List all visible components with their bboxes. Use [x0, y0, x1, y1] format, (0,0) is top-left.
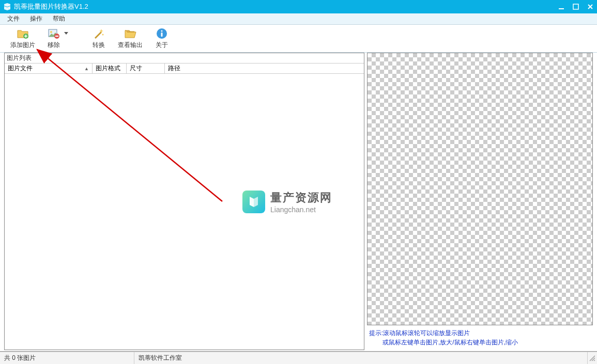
folder-open-icon [124, 27, 136, 40]
app-icon [3, 3, 11, 11]
svg-rect-6 [55, 36, 58, 37]
title-bar: 凯蒂批量图片转换器V1.2 [0, 0, 597, 13]
add-image-button[interactable]: 添加图片 [4, 26, 41, 52]
convert-button[interactable]: 转换 [86, 26, 112, 52]
hint-text: 提示:滚动鼠标滚轮可以缩放显示图片 或鼠标左键单击图片,放大/鼠标右键单击图片,… [367, 325, 593, 350]
column-path[interactable]: 路径 [165, 64, 364, 73]
about-button[interactable]: 关于 [149, 26, 175, 52]
status-bar: 共 0 张图片 凯蒂软件工作室 [0, 352, 597, 364]
svg-point-9 [161, 30, 163, 32]
remove-button[interactable]: 移除 [41, 26, 70, 52]
toolbar: 添加图片 移除 转换 查看输出 关于 [0, 25, 597, 53]
view-output-label: 查看输出 [118, 41, 143, 50]
list-header: 图片文件 图片格式 尺寸 路径 [5, 64, 364, 74]
view-output-button[interactable]: 查看输出 [112, 26, 149, 52]
image-list-panel: 图片列表 图片文件 图片格式 尺寸 路径 量产资源网 Liangchan.net [4, 53, 364, 350]
svg-rect-1 [573, 4, 578, 9]
column-size[interactable]: 尺寸 [127, 64, 165, 73]
svg-point-4 [50, 31, 52, 33]
close-button[interactable] [587, 3, 594, 10]
wand-icon [93, 27, 105, 40]
image-list-title: 图片列表 [5, 53, 364, 64]
list-body[interactable]: 量产资源网 Liangchan.net [5, 74, 364, 350]
minimize-button[interactable] [558, 3, 565, 10]
folder-add-icon [17, 27, 29, 40]
watermark-cn: 量产资源网 [270, 190, 332, 205]
convert-label: 转换 [93, 41, 105, 50]
menu-file[interactable]: 文件 [2, 13, 25, 24]
window-title: 凯蒂批量图片转换器V1.2 [14, 2, 558, 11]
watermark-logo-icon [242, 191, 265, 213]
hint-line-2: 或鼠标左键单击图片,放大/鼠标右键单击图片,缩小 [369, 338, 591, 347]
preview-area[interactable] [367, 53, 593, 325]
column-format[interactable]: 图片格式 [93, 64, 127, 73]
hint-line-1: 提示:滚动鼠标滚轮可以缩放显示图片 [369, 328, 591, 338]
maximize-button[interactable] [572, 3, 579, 10]
about-label: 关于 [156, 41, 168, 50]
menu-bar: 文件 操作 帮助 [0, 13, 597, 25]
svg-rect-10 [161, 33, 163, 37]
resize-grip-icon[interactable] [588, 352, 597, 364]
info-icon [156, 27, 168, 40]
watermark: 量产资源网 Liangchan.net [242, 190, 332, 214]
image-remove-icon [48, 27, 60, 40]
status-studio: 凯蒂软件工作室 [134, 352, 588, 364]
menu-help[interactable]: 帮助 [48, 13, 70, 24]
add-image-label: 添加图片 [10, 41, 35, 50]
status-count: 共 0 张图片 [0, 352, 134, 364]
watermark-en: Liangchan.net [270, 205, 332, 214]
remove-label: 移除 [48, 41, 60, 50]
svg-rect-0 [559, 8, 564, 9]
chevron-down-icon [64, 32, 68, 35]
menu-operation[interactable]: 操作 [25, 13, 48, 24]
column-file[interactable]: 图片文件 [5, 64, 93, 73]
svg-point-7 [102, 34, 104, 36]
preview-panel: 提示:滚动鼠标滚轮可以缩放显示图片 或鼠标左键单击图片,放大/鼠标右键单击图片,… [367, 53, 593, 350]
